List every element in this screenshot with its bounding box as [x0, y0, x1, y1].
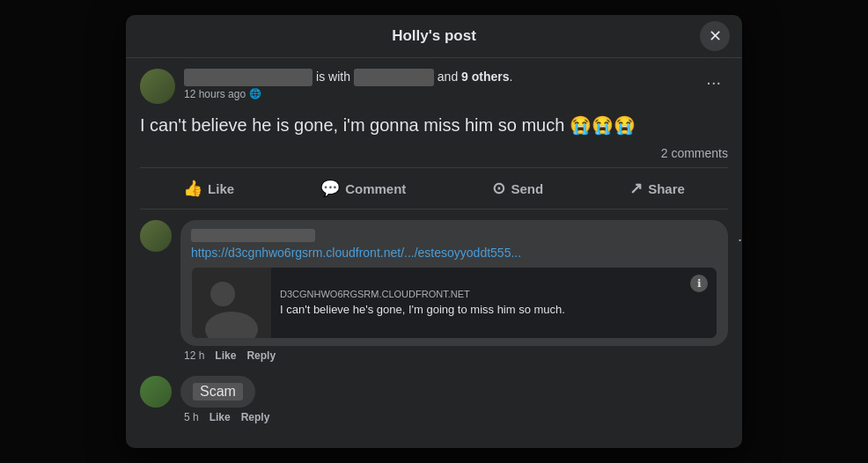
share-button[interactable]: ↗ Share: [615, 172, 699, 205]
like-icon: 👍: [183, 179, 202, 198]
post-header: is with and 9 others. 12 hours ago 🌐 ···: [140, 69, 728, 104]
comment-button[interactable]: 💬 Comment: [306, 172, 420, 205]
send-label: Send: [511, 181, 543, 196]
holly-post-modal: Holly's post ✕ is with and 9 others. 12 …: [126, 15, 742, 448]
comment2-reply-button[interactable]: Reply: [241, 411, 270, 423]
preview-domain: D3CGNHWO6RGSRM.CLOUDFRONT.NET: [280, 289, 565, 299]
comment2-actions: 5 h Like Reply: [180, 411, 728, 423]
comment2-text-bubble: Scam: [180, 376, 255, 408]
author-line: is with and 9 others.: [184, 69, 690, 86]
time-text: 12 hours ago: [184, 88, 246, 100]
preview-content: D3CGNHWO6RGSRM.CLOUDFRONT.NET I can't be…: [271, 268, 574, 338]
link-preview: D3CGNHWO6RGSRM.CLOUDFRONT.NET I can't be…: [191, 267, 717, 339]
comment1-time: 12 h: [184, 349, 204, 362]
info-icon[interactable]: ℹ: [690, 275, 708, 292]
share-label: Share: [648, 181, 685, 196]
comment-1: https://d3cgnhwo6rgsrm.cloudfront.net/..…: [140, 220, 728, 362]
comment1-more-button[interactable]: ···: [734, 227, 742, 253]
send-icon: ⊙: [492, 179, 505, 198]
comment1-like-button[interactable]: Like: [215, 349, 236, 362]
like-label: Like: [208, 181, 234, 196]
modal-header: Holly's post ✕: [126, 15, 742, 58]
and-text: and: [438, 70, 461, 84]
share-icon: ↗: [629, 179, 643, 198]
comment1-username: [191, 229, 315, 242]
author-name: [184, 69, 313, 86]
post-time: 12 hours ago 🌐: [184, 88, 690, 100]
comment1-link[interactable]: https://d3cgnhwo6rgsrm.cloudfront.net/..…: [191, 246, 717, 260]
comment-2: Scam 5 h Like Reply: [140, 376, 728, 423]
comment1-avatar: [140, 220, 172, 252]
author-avatar: [140, 69, 175, 104]
comment-icon: 💬: [320, 179, 340, 198]
comment1-reply-button[interactable]: Reply: [246, 349, 276, 362]
modal-body: is with and 9 others. 12 hours ago 🌐 ···…: [126, 58, 742, 448]
comment2-time: 5 h: [184, 411, 199, 423]
comment1-bubble: https://d3cgnhwo6rgsrm.cloudfront.net/..…: [180, 220, 728, 346]
others-count: 9 others: [461, 70, 509, 84]
preview-title: I can't believe he's gone, I'm going to …: [280, 303, 565, 318]
send-button[interactable]: ⊙ Send: [478, 172, 557, 205]
tagged-user: [354, 69, 434, 86]
post-more-button[interactable]: ···: [699, 69, 728, 96]
comment2-avatar: [140, 376, 172, 408]
post-text: I can't believe he is gone, i'm gonna mi…: [140, 113, 728, 137]
globe-icon: 🌐: [249, 88, 261, 99]
modal-title: Holly's post: [392, 27, 476, 45]
post-meta: is with and 9 others. 12 hours ago 🌐: [184, 69, 690, 100]
comment2-like-button[interactable]: Like: [210, 411, 231, 423]
comment-label: Comment: [345, 181, 406, 196]
period: .: [510, 70, 513, 84]
comment2-bubble: Scam: [180, 376, 728, 408]
action-bar: 👍 Like 💬 Comment ⊙ Send ↗ Share: [140, 168, 728, 209]
close-button[interactable]: ✕: [700, 21, 730, 51]
comment2-scam-label: Scam: [193, 383, 243, 401]
like-button[interactable]: 👍 Like: [169, 172, 248, 205]
svg-point-1: [210, 282, 235, 306]
comment-count: 2 comments: [140, 143, 728, 168]
comment1-actions: 12 h Like Reply: [180, 349, 728, 362]
is-with-text: is with: [316, 70, 350, 84]
preview-image: [192, 268, 271, 338]
